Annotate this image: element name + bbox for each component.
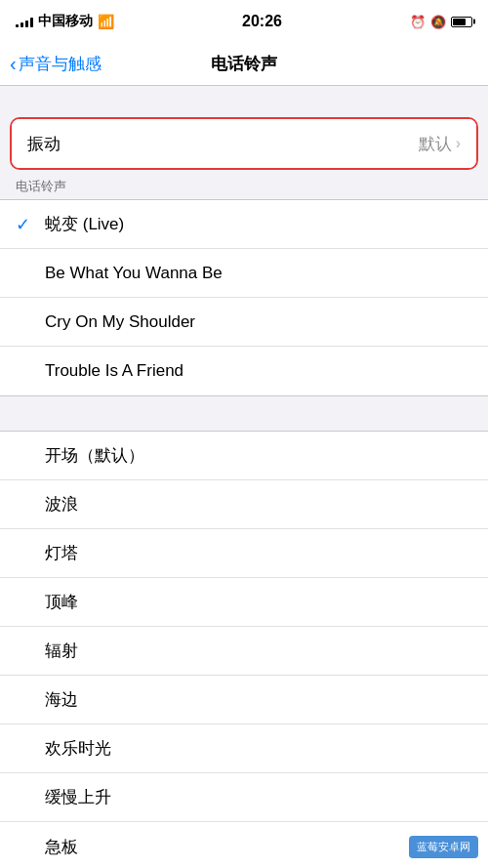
ringtone-label: 蜕变 (Live) — [45, 213, 472, 235]
list-item[interactable]: 缓慢上升 — [0, 773, 488, 822]
status-bar: 中国移动 📶 20:26 ⏰ 🔕 — [0, 0, 488, 43]
vibration-value: 默认 › — [419, 133, 461, 155]
list-item[interactable]: Trouble Is A Friend — [0, 347, 488, 395]
page-title: 电话铃声 — [211, 53, 277, 75]
battery-icon — [451, 17, 472, 27]
signal-bar-2 — [20, 22, 23, 27]
ringtone-label: 辐射 — [45, 640, 472, 662]
list-item[interactable]: 辐射 — [0, 627, 488, 676]
ringtone-label: Be What You Wanna Be — [45, 264, 472, 283]
ringtone-label: 波浪 — [45, 493, 472, 516]
ringtone-label: 海边 — [45, 688, 472, 711]
list-item[interactable]: Cry On My Shoulder — [0, 298, 488, 347]
back-label: 声音与触感 — [19, 53, 102, 75]
ringtone-label: 顶峰 — [45, 591, 472, 613]
signal-bar-4 — [30, 18, 33, 27]
list-item[interactable]: ✓ 蜕变 (Live) — [0, 200, 488, 249]
carrier-label: 中国移动 — [38, 13, 93, 30]
list-item[interactable]: 灯塔 — [0, 529, 488, 578]
top-spacer — [0, 86, 488, 102]
status-time: 20:26 — [242, 13, 282, 30]
ringtone-label: Trouble Is A Friend — [45, 361, 472, 381]
ringtone-label: 缓慢上升 — [45, 786, 472, 808]
chevron-right-icon: › — [456, 135, 461, 152]
list-item[interactable]: 开场（默认） — [0, 432, 488, 480]
navigation-bar: ‹ 声音与触感 电话铃声 — [0, 43, 488, 86]
vibration-label: 振动 — [27, 133, 61, 155]
battery-fill — [453, 19, 466, 25]
vibration-section: 振动 默认 › — [10, 117, 478, 170]
list-item[interactable]: 顶峰 — [0, 578, 488, 627]
vibration-row[interactable]: 振动 默认 › — [12, 119, 476, 168]
ringtone-label: 灯塔 — [45, 542, 472, 564]
list-item[interactable]: 波浪 — [0, 480, 488, 529]
silent-icon: 🔕 — [430, 15, 446, 29]
signal-bar-1 — [16, 24, 19, 27]
vibration-current-value: 默认 — [419, 133, 452, 155]
section-separator — [0, 396, 488, 431]
ringtone-label: 开场（默认） — [45, 444, 472, 467]
ringtones-list: ✓ 蜕变 (Live) Be What You Wanna Be Cry On … — [0, 199, 488, 396]
signal-bars-icon — [16, 16, 33, 27]
ringtone-label: 欢乐时光 — [45, 737, 472, 760]
checkmark-icon: ✓ — [16, 214, 45, 235]
default-ringtones-list: 开场（默认） 波浪 灯塔 顶峰 辐射 海边 欢乐时光 缓慢上升 — [0, 431, 488, 868]
ringtone-label: Cry On My Shoulder — [45, 312, 472, 332]
status-bar-right: ⏰ 🔕 — [410, 15, 472, 29]
content-area: 振动 默认 › 电话铃声 ✓ 蜕变 (Live) Be What You Wan… — [0, 86, 488, 868]
ringtone-section-header: 电话铃声 — [0, 170, 488, 199]
watermark: 蓝莓安卓网 — [409, 836, 478, 858]
back-chevron-icon: ‹ — [10, 53, 17, 75]
list-item[interactable]: Be What You Wanna Be — [0, 249, 488, 298]
watermark-text: 蓝莓安卓网 — [417, 841, 470, 852]
alarm-icon: ⏰ — [410, 15, 426, 29]
list-item[interactable]: 海边 — [0, 676, 488, 724]
wifi-icon: 📶 — [98, 14, 114, 29]
back-button[interactable]: ‹ 声音与触感 — [10, 53, 102, 75]
list-item[interactable]: 欢乐时光 — [0, 724, 488, 773]
status-bar-left: 中国移动 📶 — [16, 13, 114, 30]
signal-bar-3 — [25, 21, 28, 27]
